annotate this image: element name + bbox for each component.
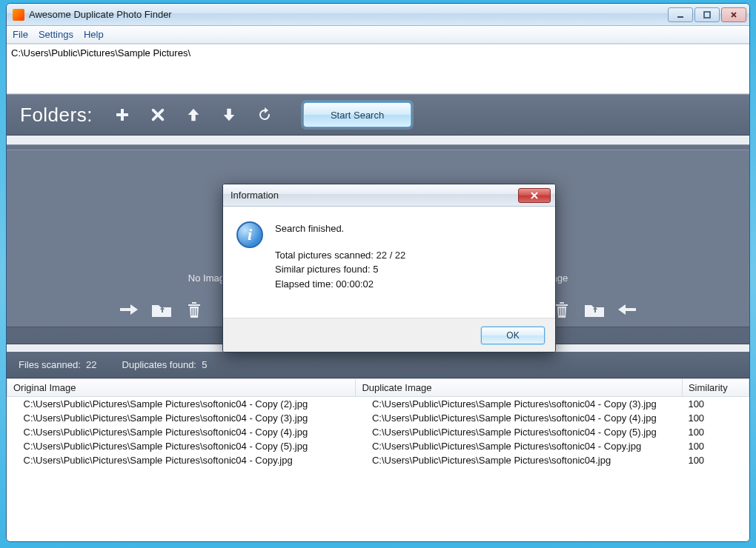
ok-button-label: OK xyxy=(506,330,519,341)
ok-button[interactable]: OK xyxy=(481,327,545,344)
results-table: Original Image Duplicate Image Similarit… xyxy=(7,378,749,467)
table-row[interactable]: C:\Users\Public\Pictures\Sample Pictures… xyxy=(7,453,749,467)
duplicates-found-label: Duplicates found: xyxy=(122,359,196,370)
table-row[interactable]: C:\Users\Public\Pictures\Sample Pictures… xyxy=(7,439,749,453)
remove-folder-button[interactable] xyxy=(147,104,168,125)
app-icon xyxy=(13,9,24,21)
move-up-button[interactable] xyxy=(183,104,204,125)
cell-original: C:\Users\Public\Pictures\Sample Pictures… xyxy=(7,425,356,439)
cell-original: C:\Users\Public\Pictures\Sample Pictures… xyxy=(7,453,356,467)
cell-similarity: 100 xyxy=(682,397,749,412)
start-search-button[interactable]: Start Search xyxy=(303,102,411,127)
original-controls xyxy=(118,300,205,319)
cell-original: C:\Users\Public\Pictures\Sample Pictures… xyxy=(7,397,356,412)
status-bar: Files scanned: 22 Duplicates found: 5 xyxy=(7,352,749,378)
menubar: File Settings Help xyxy=(7,26,749,44)
dialog-body: i Search finished. Total pictures scanne… xyxy=(223,207,555,318)
folders-label: Folders: xyxy=(20,104,93,127)
dialog-text: Search finished. Total pictures scanned:… xyxy=(275,221,405,310)
dialog-line-4: Elapsed time: 00:00:02 xyxy=(275,277,405,292)
table-row[interactable]: C:\Users\Public\Pictures\Sample Pictures… xyxy=(7,411,749,425)
col-duplicate[interactable]: Duplicate Image xyxy=(356,379,682,397)
open-folder-left-button[interactable] xyxy=(150,300,173,319)
refresh-button[interactable] xyxy=(254,104,275,125)
cell-similarity: 100 xyxy=(682,439,749,453)
cell-duplicate: C:\Users\Public\Pictures\Sample Pictures… xyxy=(356,397,682,412)
cell-original: C:\Users\Public\Pictures\Sample Pictures… xyxy=(7,439,356,453)
information-dialog: Information i Search finished. Total pic… xyxy=(222,184,556,352)
start-search-label: Start Search xyxy=(331,110,384,121)
svg-rect-1 xyxy=(704,12,710,18)
table-row[interactable]: C:\Users\Public\Pictures\Sample Pictures… xyxy=(7,425,749,439)
minimize-button[interactable] xyxy=(668,7,693,22)
dialog-line-2: Total pictures scanned: 22 / 22 xyxy=(275,248,405,263)
col-original[interactable]: Original Image xyxy=(7,379,356,397)
cell-original: C:\Users\Public\Pictures\Sample Pictures… xyxy=(7,411,356,425)
info-icon: i xyxy=(236,221,263,248)
dialog-title: Information xyxy=(231,190,518,201)
arrow-right-icon[interactable] xyxy=(118,300,140,319)
files-scanned-value: 22 xyxy=(86,359,96,370)
menu-help[interactable]: Help xyxy=(84,29,104,40)
move-down-button[interactable] xyxy=(219,104,239,125)
dialog-close-button[interactable] xyxy=(518,188,551,203)
cell-duplicate: C:\Users\Public\Pictures\Sample Pictures… xyxy=(356,439,682,453)
svg-rect-0 xyxy=(677,16,683,18)
duplicates-found-value: 5 xyxy=(202,359,207,370)
table-row[interactable]: C:\Users\Public\Pictures\Sample Pictures… xyxy=(7,397,749,412)
duplicates-found: Duplicates found: 5 xyxy=(122,359,208,370)
dialog-line-3: Similar pictures found: 5 xyxy=(275,262,405,277)
menu-settings[interactable]: Settings xyxy=(39,29,73,40)
maximize-button[interactable] xyxy=(694,7,720,22)
duplicate-controls xyxy=(551,300,638,319)
close-button[interactable] xyxy=(721,7,746,22)
arrow-left-icon[interactable] xyxy=(616,300,638,319)
results-table-area[interactable]: Original Image Duplicate Image Similarit… xyxy=(7,378,749,541)
cell-duplicate: C:\Users\Public\Pictures\Sample Pictures… xyxy=(356,425,682,439)
menu-file[interactable]: File xyxy=(13,29,28,40)
cell-similarity: 100 xyxy=(682,453,749,467)
files-scanned: Files scanned: 22 xyxy=(19,359,97,370)
dialog-button-row: OK xyxy=(223,318,555,352)
cell-duplicate: C:\Users\Public\Pictures\Sample Pictures… xyxy=(356,453,682,467)
open-folder-right-button[interactable] xyxy=(583,300,606,319)
cell-similarity: 100 xyxy=(682,425,749,439)
window-title: Awesome Duplicate Photo Finder xyxy=(29,9,668,20)
col-similarity[interactable]: Similarity xyxy=(682,379,749,397)
delete-left-button[interactable] xyxy=(183,300,205,319)
titlebar: Awesome Duplicate Photo Finder xyxy=(7,4,749,26)
cell-duplicate: C:\Users\Public\Pictures\Sample Pictures… xyxy=(356,411,682,425)
dialog-line-1: Search finished. xyxy=(275,221,405,236)
folders-toolbar: Folders: Start Search xyxy=(7,94,749,136)
files-scanned-label: Files scanned: xyxy=(19,359,81,370)
folder-path-entry[interactable]: C:\Users\Public\Pictures\Sample Pictures… xyxy=(11,47,190,59)
folder-path-list[interactable]: C:\Users\Public\Pictures\Sample Pictures… xyxy=(7,44,749,94)
cell-similarity: 100 xyxy=(682,411,749,425)
add-folder-button[interactable] xyxy=(112,104,133,125)
dialog-titlebar: Information xyxy=(223,184,555,207)
window-controls xyxy=(668,7,746,22)
